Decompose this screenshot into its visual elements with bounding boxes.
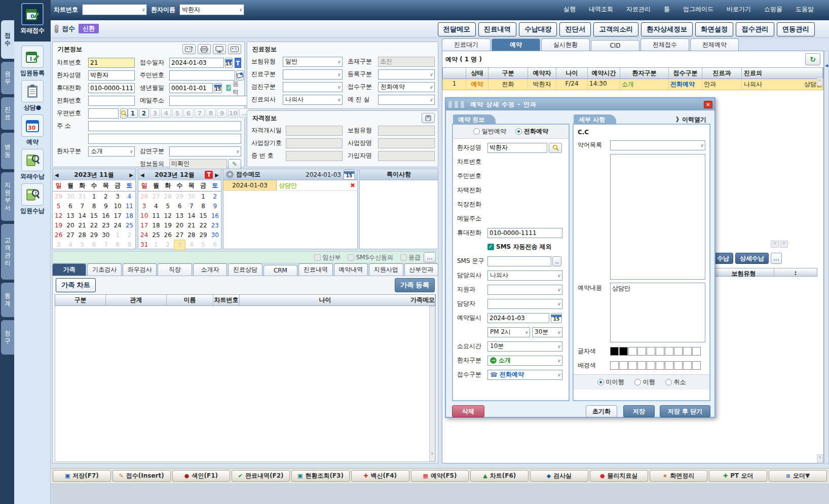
calendar-day[interactable]: 27 — [150, 191, 162, 201]
detail-tab[interactable]: 좌우검사 — [123, 263, 157, 276]
toolbar-button[interactable]: ✚백신(F4) — [351, 470, 409, 482]
id-card-icon[interactable] — [228, 44, 241, 54]
rail-tab[interactable]: 청구 — [1, 320, 14, 355]
exam-type-select[interactable]: ∨ — [283, 82, 343, 92]
register-type-select[interactable]: ∨ — [378, 69, 435, 80]
sidebar-item-inpatient-register[interactable]: I 입원등록 — [14, 46, 51, 77]
content-textarea[interactable]: 상담만 — [610, 283, 705, 342]
memo-row[interactable]: 2024-01-03 상담만 ✖ — [223, 180, 357, 191]
header-button[interactable]: 접수관리 — [736, 22, 774, 36]
calendar-day[interactable]: 21 — [77, 220, 88, 230]
calendar-day[interactable]: 5 — [162, 201, 174, 211]
calendar-day[interactable]: 22 — [88, 220, 100, 230]
modal-doctor-select[interactable]: 나의사∨ — [487, 270, 562, 281]
modal-date-input[interactable] — [487, 313, 549, 323]
bg-color-swatch[interactable] — [647, 361, 655, 370]
address-input-2[interactable] — [88, 134, 241, 144]
calendar-day[interactable]: 3 — [111, 191, 123, 201]
calendar-day[interactable]: 18 — [150, 220, 162, 230]
visit-number-button[interactable]: 6 — [183, 108, 194, 118]
sidebar-item-reservation[interactable]: 30 예약 — [14, 114, 51, 146]
toolbar-button[interactable]: ▣저장(F7) — [53, 470, 111, 482]
calendar-day[interactable]: 5 — [53, 201, 64, 211]
search-icon[interactable] — [120, 108, 128, 119]
calendar-day[interactable]: 1 — [150, 240, 162, 250]
header-button[interactable]: 전달메모 — [438, 22, 476, 36]
sms-exclude-checkbox[interactable] — [487, 244, 494, 250]
calendar-day[interactable]: 31 — [138, 240, 150, 250]
reset-button[interactable]: 초기화 — [586, 405, 617, 417]
calendar-day[interactable]: 21 — [185, 220, 197, 230]
calendar-day[interactable]: 12 — [162, 211, 174, 220]
mobile-input[interactable] — [88, 83, 135, 93]
flag-checkbox[interactable] — [314, 254, 321, 261]
status-radio-option[interactable]: 미이행 — [597, 378, 624, 386]
calendar-day[interactable]: 30 — [209, 230, 221, 240]
calendar-day[interactable]: 27 — [174, 230, 185, 240]
calendar-day[interactable]: 2 — [100, 191, 111, 201]
detail-tab[interactable]: 진료내역 — [298, 263, 332, 276]
bg-color-swatch[interactable] — [692, 361, 701, 370]
printer-icon[interactable] — [198, 44, 211, 54]
header-button[interactable]: 진료내역 — [478, 22, 516, 36]
doctor-select[interactable]: 나의사∨ — [283, 95, 343, 105]
visit-number-button[interactable]: 10 — [228, 108, 238, 118]
right-tab[interactable]: CID — [591, 40, 639, 51]
header-button[interactable]: 화면설정 — [695, 22, 733, 36]
calendar-day[interactable]: 14 — [185, 211, 197, 220]
status-radio-option[interactable]: 이행 — [634, 378, 655, 386]
calendar-day[interactable]: 24 — [138, 230, 150, 240]
pay-more-button[interactable]: ... — [771, 253, 782, 264]
discount-select[interactable]: ∨ — [169, 146, 241, 157]
calendar-day[interactable]: 28 — [77, 230, 88, 240]
reservation-row[interactable]: 1예약전화박환자F/2414:30소개전화예약안과나의사상담만 — [442, 79, 823, 90]
calendar-day[interactable]: 26 — [53, 230, 64, 240]
toolbar-button[interactable]: ★화면정리 — [650, 470, 708, 482]
bg-color-swatch[interactable] — [683, 361, 692, 370]
calendar-day[interactable]: 4 — [150, 201, 162, 211]
font-color-swatch[interactable] — [665, 347, 673, 356]
calendar-day[interactable]: 3 — [138, 201, 150, 211]
save-button[interactable]: 저장 — [623, 405, 655, 417]
bg-color-swatch[interactable] — [610, 361, 619, 370]
font-color-swatch[interactable] — [647, 347, 655, 356]
header-button[interactable]: 고객의소리 — [593, 22, 638, 36]
calendar-next-icon[interactable]: ▶ — [129, 172, 133, 178]
preexam-select[interactable]: ∨ — [378, 95, 435, 105]
visit-number-button[interactable]: 8 — [206, 108, 216, 118]
visit-number-button[interactable]: 2 — [139, 108, 149, 118]
bg-color-swatch[interactable] — [665, 361, 673, 370]
font-color-swatch[interactable] — [637, 347, 646, 356]
font-color-swatch[interactable] — [674, 347, 683, 356]
calendar-day[interactable]: 25 — [124, 220, 135, 230]
menu-item[interactable]: 내역조회 — [589, 5, 613, 14]
calendar-picker-icon[interactable]: 15 — [214, 83, 222, 93]
calendar-day[interactable]: 26 — [138, 191, 150, 201]
flags-more-button[interactable]: ... — [424, 252, 436, 262]
cc-listbox[interactable] — [610, 154, 705, 280]
close-icon[interactable]: ✕ — [704, 101, 712, 108]
receipt-date-input[interactable] — [169, 58, 224, 68]
birth-input[interactable] — [169, 83, 213, 93]
calendar-day[interactable]: 10 — [111, 201, 123, 211]
calendar-day[interactable]: 22 — [197, 220, 209, 230]
rail-tab[interactable]: 지원부서 — [1, 172, 14, 221]
toolbar-button[interactable]: ✎접수(Insert) — [112, 470, 171, 482]
calendar-day[interactable]: 29 — [174, 191, 185, 201]
detail-tab[interactable]: 지원사업 — [369, 263, 403, 276]
calendar-day[interactable]: 2 — [209, 191, 221, 201]
calendar-day[interactable]: 20 — [64, 220, 76, 230]
calendar-day[interactable]: 28 — [162, 191, 174, 201]
right-tab[interactable]: 진료대기 — [442, 38, 491, 51]
care-type-select[interactable]: ∨ — [283, 69, 343, 80]
font-color-swatch[interactable] — [683, 347, 692, 356]
abbr-list-select[interactable]: ∨ — [610, 140, 705, 150]
zip-input[interactable] — [88, 108, 119, 119]
calendar-day[interactable]: 4 — [124, 191, 135, 201]
header-button[interactable]: 수납대장 — [519, 22, 557, 36]
lunar-checkbox[interactable] — [226, 85, 231, 91]
detail-tab[interactable]: 직장 — [158, 263, 192, 276]
flag-checkbox[interactable] — [348, 254, 354, 261]
rail-tab[interactable]: 고객관리 — [1, 224, 14, 280]
rail-tab[interactable]: 접수 — [1, 20, 14, 59]
